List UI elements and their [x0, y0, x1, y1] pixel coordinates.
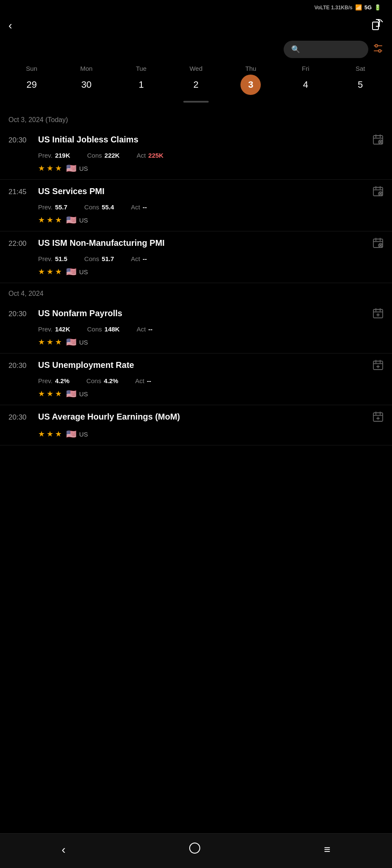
day-number[interactable]: 29 — [22, 75, 42, 95]
event-header: 21:45US Services PMI — [8, 186, 384, 199]
calendar-add-icon[interactable] — [373, 134, 384, 147]
event-left: 20:30US Nonfarm Payrolls — [8, 308, 368, 319]
calendar-day-30[interactable]: Mon30 — [59, 65, 113, 95]
star-icon: ★ — [38, 337, 45, 347]
network-type: 5G — [364, 4, 372, 11]
calendar-add-icon[interactable] — [373, 237, 384, 251]
act-value: 225K — [148, 152, 163, 159]
status-bar: VoLTE 1.31KB/s 📶 5G 🔋 — [0, 0, 392, 13]
cons-stat: Cons222K — [87, 152, 120, 159]
prev-stat: Prev.219K — [38, 152, 70, 159]
act-value: -- — [143, 203, 147, 211]
act-label: Act — [137, 326, 146, 333]
flag-emoji: 🇺🇸 — [66, 163, 77, 173]
event-name: US ISM Non-Manufacturing PMI — [38, 237, 165, 248]
prev-value: 219K — [55, 152, 70, 159]
act-value: -- — [147, 377, 151, 384]
nav-back-button[interactable]: ‹ — [53, 840, 74, 859]
flag-country: 🇺🇸US — [66, 215, 88, 225]
star-icon: ★ — [55, 337, 62, 347]
calendar-add-icon[interactable] — [373, 411, 384, 425]
flag-country: 🇺🇸US — [66, 429, 88, 439]
section-date-header: Oct 3, 2024 (Today) — [0, 109, 392, 128]
cons-value: 55.4 — [102, 203, 114, 211]
event-left: 21:45US Services PMI — [8, 186, 368, 197]
star-icon: ★ — [47, 429, 53, 439]
flag-emoji: 🇺🇸 — [66, 389, 77, 399]
day-name: Tue — [136, 65, 146, 72]
prev-label: Prev. — [38, 203, 52, 211]
flag-emoji: 🇺🇸 — [66, 337, 77, 347]
calendar-day-2[interactable]: Wed2 — [168, 65, 223, 95]
calendar-add-icon[interactable] — [373, 359, 384, 373]
day-number[interactable]: 2 — [186, 75, 206, 95]
event-header: 20:30US Initial Jobless Claims — [8, 134, 384, 147]
svg-point-6 — [378, 50, 381, 52]
day-number[interactable]: 3 — [240, 75, 261, 95]
act-label: Act — [135, 377, 144, 384]
search-icon: 🔍 — [291, 45, 300, 54]
event-stars: ★★★ — [38, 429, 62, 439]
event-time: 20:30 — [8, 136, 31, 145]
star-icon: ★ — [38, 267, 45, 276]
battery-icon: 🔋 — [374, 4, 381, 11]
filter-icon[interactable] — [373, 43, 384, 56]
cons-value: 222K — [105, 152, 120, 159]
event-item: 21:45US Services PMI Prev.55.7Cons55.4Ac… — [0, 180, 392, 231]
flag-country: 🇺🇸US — [66, 267, 88, 277]
act-label: Act — [131, 203, 140, 211]
flag-country: 🇺🇸US — [66, 389, 88, 399]
event-stats: Prev.142KCons148KAct-- — [8, 326, 384, 333]
cons-label: Cons — [87, 326, 102, 333]
flag-country: 🇺🇸US — [66, 337, 88, 347]
calendar-day-29[interactable]: Sun29 — [4, 65, 59, 95]
status-right: VoLTE 1.31KB/s 📶 5G 🔋 — [314, 4, 384, 11]
search-box[interactable]: 🔍 — [284, 41, 368, 58]
share-button[interactable] — [372, 19, 384, 33]
day-number[interactable]: 30 — [76, 75, 97, 95]
prev-stat: Prev.142K — [38, 326, 70, 333]
event-header: 20:30US Nonfarm Payrolls — [8, 308, 384, 321]
day-number[interactable]: 4 — [295, 75, 316, 95]
week-divider — [183, 101, 209, 103]
event-stats: Prev.4.2%Cons4.2%Act-- — [8, 377, 384, 384]
act-value: -- — [143, 255, 147, 262]
act-stat: Act-- — [131, 255, 147, 262]
calendar-day-4[interactable]: Fri4 — [278, 65, 333, 95]
nav-menu-button[interactable]: ≡ — [315, 840, 339, 859]
event-name: US Unemployment Rate — [38, 359, 134, 370]
event-meta: ★★★🇺🇸US — [8, 389, 384, 399]
prev-label: Prev. — [38, 377, 52, 384]
nav-home-button[interactable] — [180, 840, 209, 860]
event-left: 22:00US ISM Non-Manufacturing PMI — [8, 237, 368, 248]
calendar-day-3[interactable]: Thu3 — [224, 65, 278, 95]
calendar-day-5[interactable]: Sat5 — [333, 65, 388, 95]
events-container: Oct 3, 2024 (Today)20:30US Initial Joble… — [0, 109, 392, 445]
event-name: US Nonfarm Payrolls — [38, 308, 122, 319]
back-button[interactable]: ‹ — [8, 17, 16, 34]
cons-label: Cons — [84, 255, 99, 262]
section-date-header: Oct 4, 2024 — [0, 283, 392, 302]
search-filter-group: 🔍 — [284, 41, 384, 58]
country-label: US — [79, 339, 88, 346]
event-time: 20:30 — [8, 362, 31, 370]
day-name: Thu — [245, 65, 256, 72]
prev-value: 4.2% — [55, 377, 69, 384]
day-name: Fri — [302, 65, 309, 72]
event-stats: Prev.51.5Cons51.7Act-- — [8, 255, 384, 262]
star-icon: ★ — [38, 215, 45, 225]
event-header: 22:00US ISM Non-Manufacturing PMI — [8, 237, 384, 251]
cons-stat: Cons55.4 — [84, 203, 114, 211]
calendar-day-1[interactable]: Tue1 — [114, 65, 168, 95]
svg-line-2 — [380, 19, 383, 22]
calendar-add-icon[interactable] — [373, 308, 384, 321]
cons-value: 148K — [105, 326, 120, 333]
day-number[interactable]: 1 — [131, 75, 152, 95]
event-stars: ★★★ — [38, 337, 62, 347]
svg-point-4 — [375, 45, 378, 47]
calendar-add-icon[interactable] — [373, 186, 384, 199]
event-header: 20:30US Unemployment Rate — [8, 359, 384, 373]
star-icon: ★ — [38, 429, 45, 439]
event-name: US Services PMI — [38, 186, 105, 197]
day-number[interactable]: 5 — [350, 75, 370, 95]
